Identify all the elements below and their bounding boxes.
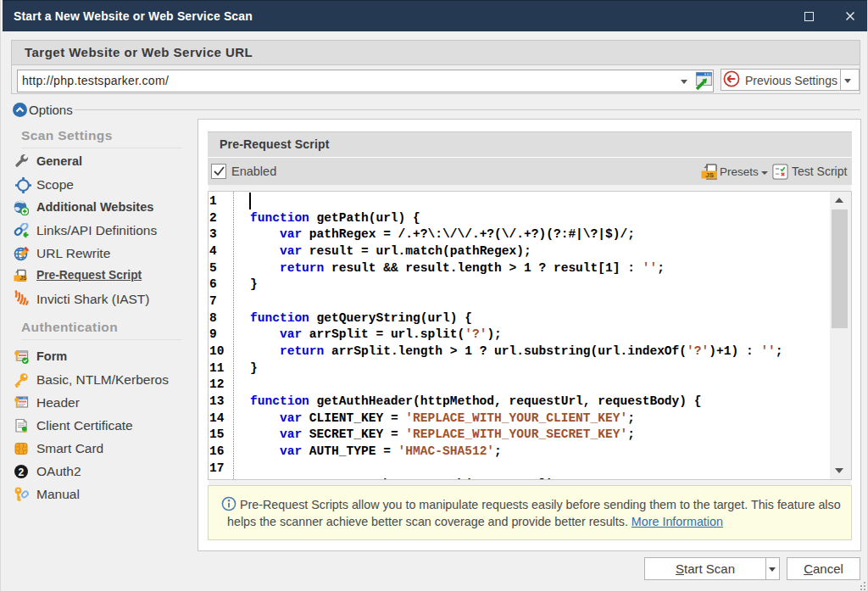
svg-text:JS: JS <box>705 171 714 179</box>
svg-text:2: 2 <box>19 466 25 478</box>
svg-text:JS: JS <box>19 275 27 281</box>
